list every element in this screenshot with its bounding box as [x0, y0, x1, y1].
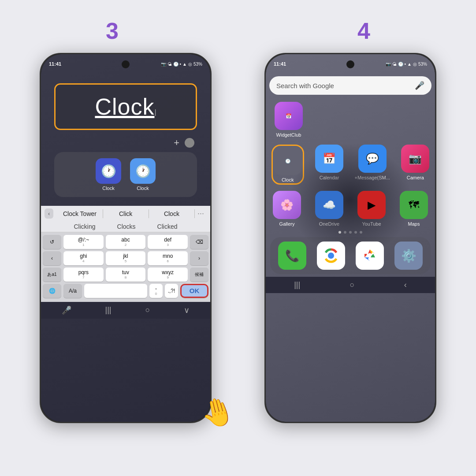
kb-key-mno[interactable]: mno6: [148, 251, 188, 265]
nav-home-icon[interactable]: ○: [145, 305, 150, 315]
dock-settings-icon: ⚙️: [394, 242, 423, 270]
phone4-screen: 11:41 📷 🌤 🕐 • ▲ ◎ 53% Search with Google…: [266, 54, 435, 422]
svg-marker-6: [364, 254, 367, 257]
app-grid-area: 🕐 Clock 🕐 Clock: [54, 152, 197, 197]
step4-label: 4: [357, 18, 370, 44]
phone3-notch: [122, 60, 130, 68]
cursor-hand-container: 🤚: [201, 397, 234, 428]
app-icon-clock1[interactable]: 🕐 Clock: [96, 158, 121, 191]
phone4: 11:41 📷 🌤 🕐 • ▲ ◎ 53% Search with Google…: [264, 53, 436, 423]
nav4-home-icon[interactable]: ○: [350, 280, 355, 290]
kb-key-def[interactable]: def3: [148, 235, 188, 249]
nav4-recent-icon[interactable]: ‹: [404, 280, 407, 290]
add-row: +: [50, 137, 201, 152]
phone3-time: 11:41: [49, 61, 61, 67]
kb-row-0: ↺ @/:~1 abc2 def3 ⌫: [43, 235, 208, 249]
phone3-screen: 11:41 📷 🌤 🕐 • ▲ ◎ 53% Clock| +: [41, 54, 210, 422]
widgetclub-icon-img: 📅: [275, 102, 303, 130]
step3-label: 3: [106, 18, 119, 44]
kb-key-right-arr[interactable]: ›: [190, 251, 208, 265]
kb-key-caps[interactable]: A/a: [63, 284, 82, 298]
youtube-icon-img: ▶: [357, 191, 386, 219]
clock1-icon-img: 🕐: [96, 158, 121, 184]
gallery-icon-img: 🌸: [273, 191, 301, 219]
nav-mic-icon[interactable]: 🎤: [62, 305, 71, 315]
dock-chrome[interactable]: [317, 242, 345, 270]
google-bar-text: Search with Google: [276, 82, 411, 89]
kb-key-at[interactable]: @/:~1: [63, 235, 104, 249]
google-mic-icon[interactable]: 🎤: [415, 81, 424, 90]
dock-photos-icon: [356, 242, 384, 270]
kb-row-1: ‹ ghi4 jkl5 mno6 ›: [43, 251, 208, 265]
autocomplete-word-2[interactable]: Click: [103, 209, 149, 218]
google-search-bar[interactable]: Search with Google 🎤: [269, 76, 431, 95]
message-icon-img: 💬: [358, 145, 387, 173]
dock-settings[interactable]: ⚙️: [394, 242, 423, 270]
maps-icon-img: 🗺: [400, 191, 428, 219]
autocomplete-more[interactable]: ···: [195, 209, 207, 218]
phone4-notch: [346, 60, 354, 68]
kb-key-tuv[interactable]: tuv8: [106, 268, 146, 282]
clock1-label: Clock: [102, 186, 115, 191]
kb-key-jkl[interactable]: jkl5: [106, 251, 146, 265]
widget-name-text: Clock: [95, 94, 154, 119]
nav-recent-icon[interactable]: ∨: [184, 305, 190, 315]
svg-marker-4: [371, 254, 375, 257]
dock-phone[interactable]: 📞: [278, 242, 306, 270]
kb-key-space[interactable]: [84, 284, 147, 298]
app-icon-clock2[interactable]: 🕐 Clock: [130, 158, 156, 191]
kb-key-kana[interactable]: あa1: [43, 268, 61, 282]
kb-key-abc[interactable]: abc2: [106, 235, 146, 249]
main-container: 3 4 11:41 📷 🌤 🕐 • ▲ ◎ 53%: [0, 0, 476, 476]
autocomplete-row2-word-3[interactable]: Clicked: [157, 223, 178, 230]
autocomplete-word-1[interactable]: Clock Tower: [57, 209, 103, 218]
kb-row-2: あa1 pqrs7 tuv8 wxyz9 候補: [43, 268, 208, 282]
svg-marker-5: [364, 257, 370, 261]
nav-back-icon[interactable]: |||: [105, 305, 112, 315]
keyboard: ↺ @/:~1 abc2 def3 ⌫ ‹ ghi4: [41, 232, 210, 302]
kb-key-dash[interactable]: -0: [149, 284, 163, 298]
gallery-label: Gallery: [279, 221, 295, 227]
phone3-status-icons: 📷 🌤 🕐 • ▲ ◎ 53%: [161, 62, 202, 67]
kb-key-delete[interactable]: ⌫: [190, 235, 208, 249]
nav4-back-icon[interactable]: |||: [294, 280, 300, 290]
camera-icon-img: 📷: [401, 145, 429, 173]
autocomplete-row2-word-1[interactable]: Clicking: [74, 223, 96, 230]
kb-key-pqrs[interactable]: pqrs7: [63, 268, 104, 282]
kb-row-3: 🌐 A/a -0 .,?! OK: [43, 284, 208, 298]
kb-key-punct[interactable]: .,?!: [165, 284, 178, 298]
autocomplete-bar: ‹ Clock Tower Click Clock ···: [41, 206, 210, 221]
kb-key-kouho[interactable]: 候補: [190, 268, 208, 282]
add-icon[interactable]: +: [174, 137, 179, 149]
autocomplete-row2: Clicking Clocks Clicked: [41, 221, 210, 232]
phone3: 11:41 📷 🌤 🕐 • ▲ ◎ 53% Clock| +: [40, 53, 212, 423]
clock2-label: Clock: [137, 186, 149, 191]
kb-key-wxyz[interactable]: wxyz9: [148, 268, 188, 282]
autocomplete-row2-word-2[interactable]: Clocks: [117, 223, 136, 230]
kb-key-left-arr[interactable]: ‹: [43, 251, 61, 265]
widgetclub-label: WidgetClub: [276, 132, 301, 138]
calendar-icon-img: 📅: [315, 145, 343, 173]
kb-key-ghi[interactable]: ghi4: [63, 251, 104, 265]
clock-highlighted-icon-img: 🕐: [274, 147, 302, 175]
dock-phone-icon: 📞: [278, 242, 306, 270]
camera-label: Camera: [407, 175, 424, 180]
app-widgetclub[interactable]: 📅 WidgetClub: [275, 102, 303, 138]
phone4-time: 11:41: [274, 61, 286, 67]
phone4-status-icons: 📷 🌤 🕐 • ▲ ◎ 53%: [386, 62, 427, 67]
cursor-hand-icon: 🤚: [197, 393, 238, 432]
widget-name-box[interactable]: Clock|: [54, 83, 197, 130]
phone4-nav-bar: ||| ○ ‹: [266, 277, 435, 293]
app-row-1: 📅 WidgetClub: [266, 102, 435, 138]
cursor-blink: |: [154, 108, 156, 116]
phone3-nav-bar: 🎤 ||| ○ ∨: [41, 302, 210, 319]
kb-key-globe[interactable]: 🌐: [43, 284, 61, 298]
kb-key-refresh[interactable]: ↺: [43, 235, 61, 249]
kb-key-ok[interactable]: OK: [180, 284, 208, 298]
phone3-content: Clock| + 🕐 Clock 🕐 Clock: [41, 70, 210, 201]
autocomplete-back[interactable]: ‹: [45, 208, 53, 219]
svg-point-1: [328, 253, 334, 259]
dock-photos[interactable]: [356, 242, 384, 270]
autocomplete-word-3[interactable]: Clock: [149, 209, 195, 218]
heart-blur: [289, 142, 412, 257]
